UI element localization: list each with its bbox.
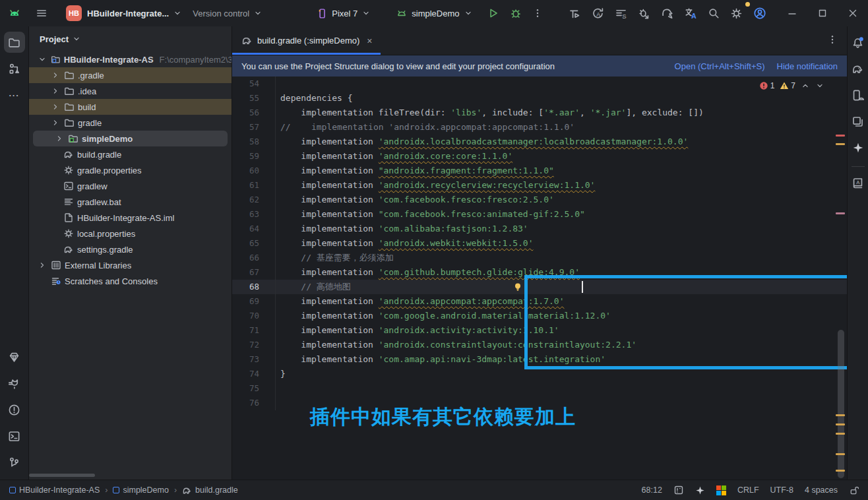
tree-item-scratches-and-consoles[interactable]: Scratches and Consoles [29, 273, 232, 289]
code-line-60[interactable]: 60 implementation "androidx.fragment:fra… [232, 164, 847, 178]
tree-item-build[interactable]: build [29, 99, 232, 115]
code-line-61[interactable]: 61 implementation 'androidx.recyclerview… [232, 178, 847, 193]
chevron-right-icon[interactable] [51, 86, 60, 96]
tree-item-build-gradle[interactable]: build.gradle [29, 146, 232, 162]
version-control-selector[interactable]: Version control [187, 3, 268, 23]
stripe-warning-mark[interactable] [836, 423, 845, 425]
search-everywhere-button[interactable] [702, 3, 725, 23]
terminal-tool-button[interactable] [4, 425, 25, 447]
code-line-56[interactable]: 56 implementation fileTree(dir: 'libs', … [232, 106, 847, 120]
chevron-right-icon[interactable] [38, 261, 47, 270]
tree-item--idea[interactable]: .idea [29, 83, 232, 99]
code-line-62[interactable]: 62 implementation 'com.facebook.fresco:f… [232, 193, 847, 207]
encoding-indicator[interactable]: UTF-8 [770, 485, 793, 495]
breadcrumb-hbuilder-integrate-as[interactable]: HBuilder-Integrate-AS [9, 485, 100, 495]
problems-tool-button[interactable] [4, 399, 25, 420]
previous-problem-chevron-icon[interactable] [801, 81, 810, 90]
code-line-65[interactable]: 65 implementation 'androidx.webkit:webki… [232, 236, 847, 251]
indent-indicator[interactable]: 4 spaces [805, 485, 838, 495]
vertical-scrollbar[interactable] [838, 330, 844, 478]
intention-bulb-icon[interactable] [512, 282, 523, 292]
chevron-right-icon[interactable] [51, 118, 60, 127]
caret-position[interactable]: 68:12 [642, 485, 662, 495]
breadcrumb-simpledemo[interactable]: simpleDemo [113, 485, 168, 495]
code-line-58[interactable]: 58 implementation 'androidx.localbroadca… [232, 135, 847, 149]
more-run-options-button[interactable] [527, 3, 548, 23]
notification-hide-link[interactable]: Hide notification [777, 61, 838, 71]
sparkle-icon[interactable] [695, 485, 705, 495]
breadcrumb-build-gradle[interactable]: build.gradle [182, 485, 238, 495]
code-editor[interactable]: 5455dependencies {56 implementation file… [232, 77, 847, 480]
code-line-66[interactable]: 66 // 基座需要，必须添加 [232, 251, 847, 265]
code-line-55[interactable]: 55dependencies { [232, 91, 847, 106]
ms-logo-icon[interactable] [716, 485, 726, 495]
line-separator-indicator[interactable]: CRLF [737, 485, 759, 495]
code-line-75[interactable]: 75 [232, 381, 847, 396]
code-line-57[interactable]: 57// implementation 'androidx.appcompat:… [232, 120, 847, 135]
run-button[interactable] [482, 3, 505, 23]
apply-code-changes-button[interactable] [609, 3, 633, 23]
tree-item-hbuilder-integrate-as[interactable]: HBuilder-Integrate-ASF:\companyItem2\32 [29, 51, 232, 67]
run-configuration-selector[interactable]: simpleDemo [390, 3, 478, 23]
ai-assistant-button[interactable] [848, 137, 868, 158]
gradle-sync-button[interactable] [656, 3, 679, 23]
tree-item-gradlew-bat[interactable]: gradlew.bat [29, 194, 232, 210]
stripe-info-mark[interactable] [836, 212, 845, 214]
attach-debugger-button[interactable] [633, 3, 656, 23]
stripe-warning-mark[interactable] [836, 470, 845, 472]
translate-button[interactable] [679, 3, 702, 23]
code-line-64[interactable]: 64 implementation 'com.alibaba:fastjson:… [232, 222, 847, 236]
tree-item--gradle[interactable]: .gradle [29, 67, 232, 83]
tab-build-gradle[interactable]: build.gradle (:simpleDemo) × [232, 26, 381, 55]
structure-tool-button[interactable] [4, 58, 25, 79]
stripe-warning-mark[interactable] [836, 143, 845, 145]
plugin-cat-tool-button[interactable] [4, 373, 25, 394]
more-tool-windows-button[interactable]: ··· [4, 84, 25, 106]
unlock-icon[interactable] [849, 485, 859, 495]
next-problem-chevron-icon[interactable] [815, 81, 824, 90]
account-button[interactable] [748, 3, 772, 23]
reader-mode-icon[interactable] [673, 485, 684, 495]
version-control-tool-button[interactable] [4, 452, 25, 473]
tree-item-settings-gradle[interactable]: settings.gradle [29, 241, 232, 257]
tree-item-hbuilder-integrate-as-iml[interactable]: HBuilder-Integrate-AS.iml [29, 210, 232, 226]
debug-button[interactable] [505, 3, 527, 23]
main-menu-button[interactable] [30, 3, 53, 23]
device-selector[interactable]: Pixel 7 [311, 3, 376, 23]
plugin-gem-tool-button[interactable] [4, 346, 25, 367]
error-count-badge[interactable]: 1 [759, 81, 775, 90]
tree-item-gradle[interactable]: gradle [29, 115, 232, 131]
stripe-warning-mark[interactable] [836, 453, 845, 455]
profile-app-button[interactable] [563, 3, 586, 23]
chevron-right-icon[interactable] [51, 102, 60, 111]
project-panel-header[interactable]: Project [29, 26, 232, 51]
chevron-down-icon[interactable] [38, 55, 47, 64]
close-button[interactable] [838, 0, 868, 26]
tab-options-button[interactable] [827, 34, 838, 45]
code-line-59[interactable]: 59 implementation 'androidx.core:core:1.… [232, 149, 847, 164]
chevron-right-icon[interactable] [51, 71, 60, 80]
tree-item-simpledemo[interactable]: simpleDemo [33, 131, 228, 146]
settings-button[interactable] [725, 3, 748, 23]
gradle-tool-button[interactable] [848, 58, 868, 79]
project-tool-button[interactable] [4, 32, 25, 53]
device-manager-button[interactable] [848, 84, 868, 106]
tree-item-external-libraries[interactable]: External Libraries [29, 257, 232, 273]
stripe-warning-mark[interactable] [836, 414, 845, 416]
notifications-button[interactable] [848, 32, 868, 53]
inspections-widget[interactable]: 1 7 [759, 81, 824, 90]
tree-item-gradlew[interactable]: gradlew [29, 178, 232, 194]
tree-item-local-properties[interactable]: local.properties [29, 226, 232, 241]
warning-count-badge[interactable]: 7 [780, 81, 795, 90]
chevron-right-icon[interactable] [55, 134, 64, 143]
stripe-warning-mark[interactable] [836, 433, 845, 435]
tab-close-icon[interactable]: × [367, 36, 372, 46]
wordbook-button[interactable] [848, 172, 868, 193]
minimize-button[interactable] [777, 0, 807, 26]
maximize-button[interactable] [807, 0, 838, 26]
running-devices-button[interactable] [848, 111, 868, 132]
tree-item-gradle-properties[interactable]: gradle.properties [29, 162, 232, 178]
code-line-54[interactable]: 54 [232, 77, 847, 91]
horizontal-scrollbar[interactable] [29, 474, 95, 477]
project-selector[interactable]: HBuilder-Integrate... [82, 3, 187, 23]
